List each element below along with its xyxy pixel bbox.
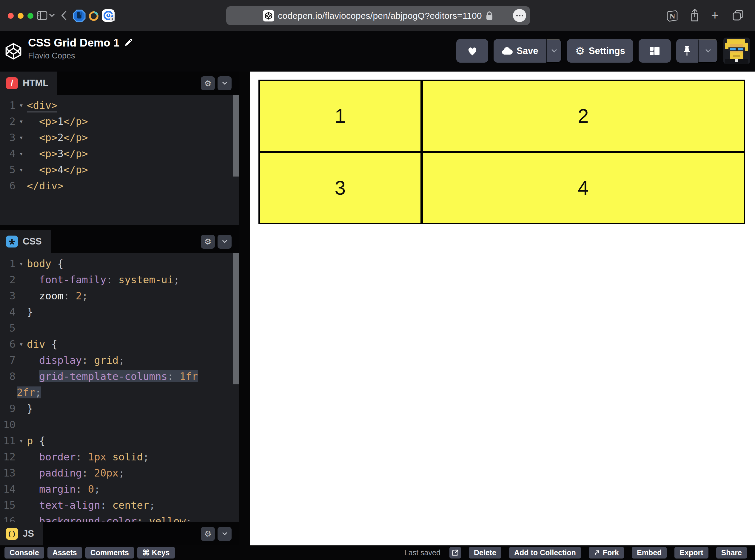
- address-bar[interactable]: codepen.io/flaviocopes/pen/abjpogQ?edito…: [226, 6, 530, 25]
- code-line[interactable]: 16 background-color: yellow;: [0, 513, 239, 522]
- fold-gutter: [16, 400, 27, 417]
- codepen-favicon: [263, 10, 274, 21]
- save-button[interactable]: Save: [493, 39, 546, 63]
- code-line[interactable]: 15 text-align: center;: [0, 497, 239, 513]
- code-line[interactable]: 5▾ <p>4</p>: [0, 162, 239, 178]
- code-text: <p>2</p>: [27, 129, 88, 145]
- code-line[interactable]: 4}: [0, 304, 239, 320]
- minimize-window-button[interactable]: [18, 13, 24, 19]
- pin-options-chevron[interactable]: [698, 39, 718, 63]
- comments-button[interactable]: Comments: [85, 547, 134, 559]
- html-editor-scrollbar[interactable]: [233, 95, 239, 177]
- fold-arrow-icon[interactable]: ▾: [16, 433, 27, 449]
- line-number: 3: [0, 288, 16, 304]
- fold-arrow-icon[interactable]: ▾: [16, 129, 27, 145]
- pen-author[interactable]: Flavio Copes: [28, 51, 132, 61]
- code-line[interactable]: 5: [0, 320, 239, 336]
- console-button[interactable]: Console: [4, 547, 44, 559]
- code-text: }: [27, 400, 33, 417]
- window-controls: [8, 13, 34, 19]
- css-collapse-chevron-icon[interactable]: [217, 235, 232, 249]
- back-icon[interactable]: [60, 10, 67, 21]
- code-line[interactable]: 4▾ <p>3</p>: [0, 145, 239, 162]
- code-line[interactable]: 3 zoom: 2;: [0, 288, 239, 304]
- js-settings-gear-icon[interactable]: ⚙: [201, 527, 215, 541]
- url-text[interactable]: codepen.io/flaviocopes/pen/abjpogQ?edito…: [278, 11, 482, 21]
- code-line[interactable]: 3▾ <p>2</p>: [0, 129, 239, 145]
- code-line[interactable]: 6▾div {: [0, 336, 239, 352]
- editor-preview-resize-gutter[interactable]: [239, 72, 250, 545]
- code-text: }: [27, 304, 33, 320]
- like-button[interactable]: [456, 39, 488, 63]
- embed-button[interactable]: Embed: [632, 547, 667, 559]
- notion-extension-icon[interactable]: N: [666, 9, 678, 22]
- css-editor-header: * CSS ⚙: [0, 230, 239, 253]
- css-code-editor[interactable]: 1▾body {2 font-family: system-ui;3 zoom:…: [0, 253, 239, 522]
- code-text: zoom: 2;: [27, 288, 88, 304]
- code-line[interactable]: 2fr;: [0, 384, 239, 400]
- pin-button[interactable]: [676, 39, 698, 63]
- code-line[interactable]: 1▾<div>: [0, 97, 239, 113]
- code-line[interactable]: 1▾body {: [0, 256, 239, 272]
- close-window-button[interactable]: [8, 13, 14, 19]
- add-to-collection-button[interactable]: Add to Collection: [509, 547, 581, 559]
- html-settings-gear-icon[interactable]: ⚙: [201, 76, 215, 91]
- edit-title-icon[interactable]: [124, 39, 132, 47]
- tab-js[interactable]: ( ) JS: [0, 522, 43, 545]
- tab-html[interactable]: / HTML: [0, 72, 57, 95]
- ring-extension-icon[interactable]: [88, 10, 100, 22]
- tab-overview-icon[interactable]: [732, 9, 744, 21]
- share-button[interactable]: Share: [716, 547, 747, 559]
- keyboard-shortcuts-button[interactable]: ⌘ Keys: [137, 547, 175, 559]
- js-collapse-chevron-icon[interactable]: [217, 527, 232, 541]
- fold-arrow-icon[interactable]: ▾: [16, 162, 27, 178]
- line-number: 5: [0, 162, 16, 178]
- html-code-editor[interactable]: 1▾<div>2▾ <p>1</p>3▾ <p>2</p>4▾ <p>3</p>…: [0, 95, 239, 225]
- code-line[interactable]: 9}: [0, 400, 239, 417]
- export-button[interactable]: Export: [674, 547, 708, 559]
- change-view-button[interactable]: [639, 39, 671, 63]
- content-blocker-extension-icon[interactable]: [73, 9, 86, 23]
- page-settings-button[interactable]: [513, 9, 526, 22]
- fold-arrow-icon[interactable]: ▾: [16, 113, 27, 129]
- code-line[interactable]: 8 grid-template-columns: 1fr: [0, 368, 239, 384]
- fold-arrow-icon[interactable]: ▾: [16, 256, 27, 272]
- browser-toolbar: codepen.io/flaviocopes/pen/abjpogQ?edito…: [0, 0, 755, 31]
- sidebar-icon[interactable]: [36, 10, 48, 21]
- new-tab-icon[interactable]: +: [711, 9, 719, 21]
- tab-css[interactable]: * CSS: [0, 230, 51, 253]
- code-line[interactable]: 13 padding: 20px;: [0, 465, 239, 481]
- code-line[interactable]: 2▾ <p>1</p>: [0, 113, 239, 129]
- code-line[interactable]: 12 border: 1px solid;: [0, 449, 239, 465]
- fold-arrow-icon[interactable]: ▾: [16, 97, 27, 113]
- code-line[interactable]: 10: [0, 417, 239, 433]
- chevron-down-icon[interactable]: [49, 13, 55, 17]
- zoom-window-button[interactable]: [27, 13, 34, 19]
- fold-arrow-icon[interactable]: ▾: [16, 145, 27, 162]
- line-number: 12: [0, 449, 16, 465]
- css-icon: *: [6, 236, 18, 247]
- password-manager-extension-icon[interactable]: [101, 9, 116, 23]
- css-grid-result: 1 2 3 4: [258, 80, 745, 224]
- codepen-logo[interactable]: [5, 40, 22, 62]
- user-avatar[interactable]: [723, 38, 750, 64]
- code-line[interactable]: 11▾p {: [0, 433, 239, 449]
- open-live-view-button[interactable]: [449, 547, 461, 559]
- code-text: <p>3</p>: [27, 145, 88, 162]
- fork-button[interactable]: Fork: [589, 547, 624, 559]
- code-line[interactable]: 2 font-family: system-ui;: [0, 272, 239, 288]
- panel-divider[interactable]: [0, 225, 239, 230]
- code-line[interactable]: 14 margin: 0;: [0, 481, 239, 497]
- settings-button[interactable]: ⚙ Settings: [567, 39, 633, 63]
- code-line[interactable]: 7 display: grid;: [0, 352, 239, 368]
- code-line[interactable]: 6</div>: [0, 178, 239, 194]
- css-editor-scrollbar[interactable]: [233, 253, 239, 384]
- fold-arrow-icon[interactable]: ▾: [16, 336, 27, 352]
- html-collapse-chevron-icon[interactable]: [217, 76, 232, 91]
- assets-button[interactable]: Assets: [47, 547, 82, 559]
- save-options-chevron[interactable]: [546, 39, 562, 63]
- delete-button[interactable]: Delete: [469, 547, 501, 559]
- line-number: 14: [0, 481, 16, 497]
- share-icon[interactable]: [689, 8, 700, 22]
- css-settings-gear-icon[interactable]: ⚙: [201, 235, 215, 249]
